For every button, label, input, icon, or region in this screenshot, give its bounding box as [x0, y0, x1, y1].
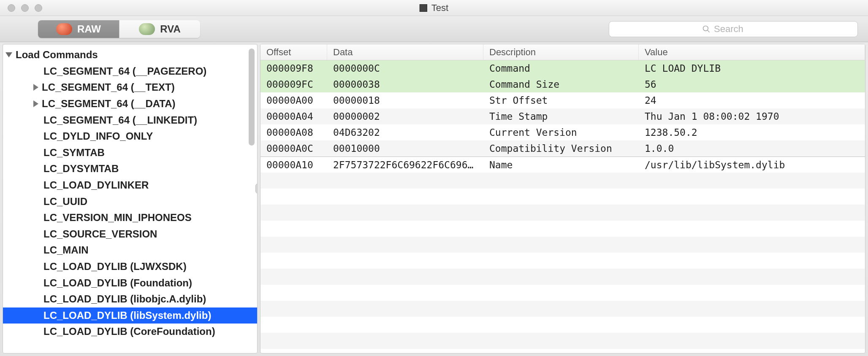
cell-offset: 00000A04 [260, 111, 327, 122]
search-icon [702, 25, 711, 33]
rva-label: RVA [160, 23, 180, 35]
window-title: Test [431, 3, 448, 13]
document-icon [420, 4, 427, 12]
cell-desc: Str Offset [483, 95, 639, 106]
table-row-empty [260, 333, 865, 349]
mode-segmented-control: RAW RVA [38, 20, 200, 38]
traffic-lights [8, 4, 42, 12]
table-row-empty [260, 189, 865, 205]
chevron-right-icon [33, 84, 38, 91]
svg-point-0 [703, 26, 708, 31]
table-row-empty [260, 237, 865, 253]
sidebar-item[interactable]: LC_DYSYMTAB [3, 161, 257, 177]
sidebar-item-label: LC_LOAD_DYLIB (libobjc.A.dylib) [43, 293, 206, 305]
sidebar-scrollbar[interactable] [249, 49, 255, 146]
table-row[interactable]: 00000A0000000018Str Offset24 [260, 92, 865, 108]
table-header-row: Offset Data Description Value [260, 44, 865, 60]
cell-value: LC_LOAD_DYLIB [639, 63, 865, 74]
cell-value: 24 [639, 95, 865, 106]
search-input[interactable] [714, 24, 765, 35]
zoom-icon[interactable] [35, 4, 42, 12]
cell-desc: Compatibility Version [483, 143, 639, 154]
sidebar-item-label: LC_SYMTAB [43, 147, 105, 159]
table-row[interactable]: 000009F80000000CCommandLC_LOAD_DYLIB [260, 60, 865, 76]
table-row[interactable]: 00000A0C00010000Compatibility Version1.0… [260, 140, 865, 156]
sidebar-item[interactable]: LC_UUID [3, 193, 257, 210]
sidebar-item-label: LC_LOAD_DYLIB (Foundation) [43, 277, 192, 289]
raw-label: RAW [77, 23, 101, 35]
window: Test RAW RVA Load CommandsLC_SEGMENT_64 … [0, 0, 868, 356]
table-row-empty [260, 301, 865, 317]
sidebar-item[interactable]: LC_SOURCE_VERSION [3, 226, 257, 243]
rva-mode-button[interactable]: RVA [119, 20, 200, 38]
cell-offset: 00000A08 [260, 127, 327, 138]
tree-root[interactable]: Load Commands [3, 47, 257, 63]
tree-root-label: Load Commands [16, 49, 98, 61]
sidebar-item[interactable]: LC_LOAD_DYLINKER [3, 177, 257, 194]
body-split: Load CommandsLC_SEGMENT_64 (__PAGEZERO)L… [0, 42, 868, 356]
sidebar-item-label: LC_SEGMENT_64 (__LINKEDIT) [43, 114, 197, 126]
chevron-right-icon [33, 100, 38, 107]
sidebar-item-label: LC_LOAD_DYLINKER [43, 179, 149, 191]
cell-desc: Name [483, 159, 639, 170]
cell-data: 2F7573722F6C69622F6C696… [327, 159, 483, 170]
cell-offset: 00000A0C [260, 143, 327, 154]
sidebar-item-label: LC_LOAD_DYLIB (CoreFoundation) [43, 326, 215, 337]
col-offset[interactable]: Offset [260, 44, 327, 60]
cell-data: 00000018 [327, 95, 483, 106]
sidebar-item[interactable]: LC_LOAD_DYLIB (libobjc.A.dylib) [3, 291, 257, 307]
cell-offset: 000009F8 [260, 63, 327, 74]
cell-offset: 00000A10 [260, 159, 327, 170]
cell-data: 0000000C [327, 63, 483, 74]
detail-panel: Offset Data Description Value 000009F800… [260, 44, 865, 353]
sidebar-item[interactable]: LC_SEGMENT_64 (__LINKEDIT) [3, 112, 257, 128]
cell-data: 00000038 [327, 79, 483, 90]
sidebar-item-label: LC_LOAD_DYLIB (LJWXSDK) [43, 261, 187, 272]
col-value[interactable]: Value [639, 44, 865, 60]
sidebar-item-label: LC_LOAD_DYLIB (libSystem.dylib) [43, 310, 211, 321]
sidebar-item[interactable]: LC_MAIN [3, 242, 257, 259]
sidebar-item-label: LC_DYSYMTAB [43, 163, 119, 175]
raw-mode-button[interactable]: RAW [38, 20, 119, 38]
col-data[interactable]: Data [327, 44, 483, 60]
table-row-empty [260, 221, 865, 237]
cell-data: 00010000 [327, 143, 483, 154]
sidebar-item[interactable]: LC_LOAD_DYLIB (Foundation) [3, 275, 257, 291]
sidebar-item[interactable]: LC_SEGMENT_64 (__TEXT) [3, 79, 257, 96]
sidebar-item[interactable]: LC_SEGMENT_64 (__DATA) [3, 96, 257, 112]
table-row[interactable]: 00000A0804D63202Current Version1238.50.2 [260, 124, 865, 140]
minimize-icon[interactable] [21, 4, 29, 12]
splitter-handle[interactable] [255, 183, 258, 194]
table-row-empty [260, 173, 865, 189]
sidebar-item[interactable]: LC_DYLD_INFO_ONLY [3, 128, 257, 145]
sidebar-item[interactable]: LC_LOAD_DYLIB (CoreFoundation) [3, 324, 257, 340]
cell-desc: Time Stamp [483, 111, 639, 122]
sidebar-item[interactable]: LC_LOAD_DYLIB (LJWXSDK) [3, 259, 257, 275]
cell-value: 56 [639, 79, 865, 90]
cell-value: Thu Jan 1 08:00:02 1970 [639, 111, 865, 122]
toolbar: RAW RVA [0, 16, 868, 42]
table-row-empty [260, 205, 865, 221]
sidebar-item[interactable]: LC_SEGMENT_64 (__PAGEZERO) [3, 63, 257, 80]
table-row-empty [260, 285, 865, 301]
window-title-area: Test [420, 3, 448, 13]
close-icon[interactable] [8, 4, 15, 12]
table-row[interactable]: 00000A102F7573722F6C69622F6C696…Name/usr… [260, 156, 865, 173]
sidebar-item[interactable]: LC_LOAD_DYLIB (libSystem.dylib) [3, 307, 257, 324]
cell-value: 1238.50.2 [639, 127, 865, 138]
sidebar-item-label: LC_SOURCE_VERSION [43, 228, 157, 240]
table-row[interactable]: 000009FC00000038Command Size56 [260, 76, 865, 92]
cell-offset: 000009FC [260, 79, 327, 90]
cell-desc: Command Size [483, 79, 639, 90]
search-field[interactable] [609, 21, 858, 37]
sidebar-item[interactable]: LC_VERSION_MIN_IPHONEOS [3, 210, 257, 226]
table-row[interactable]: 00000A0400000002Time StampThu Jan 1 08:0… [260, 108, 865, 124]
titlebar: Test [0, 0, 868, 16]
cell-value: /usr/lib/libSystem.dylib [639, 159, 865, 170]
pomegranate-icon [56, 23, 72, 35]
sidebar-item-label: LC_DYLD_INFO_ONLY [43, 130, 153, 142]
chevron-down-icon [5, 52, 12, 57]
sidebar-item[interactable]: LC_SYMTAB [3, 145, 257, 161]
col-description[interactable]: Description [483, 44, 639, 60]
cell-desc: Current Version [483, 127, 639, 138]
